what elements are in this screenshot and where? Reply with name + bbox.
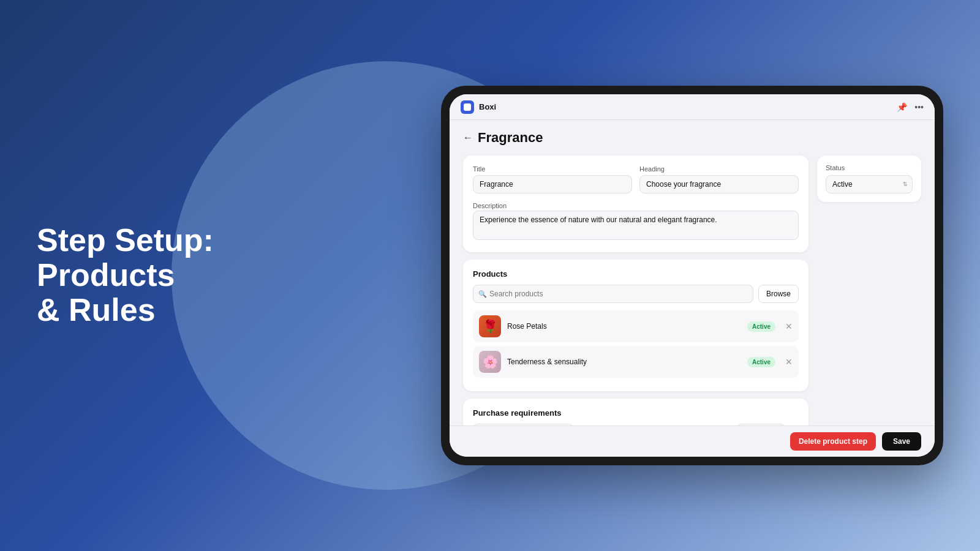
save-button[interactable]: Save: [882, 432, 921, 451]
requirement-select-wrap: Minimum quantity of itemsMaximum quantit…: [473, 424, 731, 425]
heading-label: Heading: [639, 165, 799, 173]
purchase-requirements-title: Purchase requirements: [473, 408, 799, 418]
left-column: Title Heading Description Experience the…: [463, 156, 809, 425]
app-logo-inner: [464, 103, 471, 111]
remove-product-rose-button[interactable]: ✕: [785, 321, 793, 331]
search-icon: 🔍: [478, 290, 487, 298]
right-column: Status ActiveInactiveDraft ⇅: [817, 156, 921, 202]
status-card: Status ActiveInactiveDraft ⇅: [817, 156, 921, 202]
product-name-rose: Rose Petals: [507, 322, 741, 331]
requirement-dropdown[interactable]: Minimum quantity of itemsMaximum quantit…: [473, 424, 574, 425]
title-label: Title: [473, 165, 632, 173]
status-label: Status: [826, 164, 913, 171]
product-emoji-tender: 🌸: [483, 354, 498, 369]
app-logo: [461, 100, 474, 114]
search-row: 🔍 Browse: [473, 285, 799, 303]
top-bar-right: 📌 •••: [897, 102, 924, 112]
top-bar-left: Boxi: [461, 100, 496, 114]
products-card: Products 🔍 Browse 🌹: [463, 260, 809, 391]
description-input[interactable]: Experience the essence of nature with ou…: [473, 211, 799, 240]
title-heading-card: Title Heading Description Experience the…: [463, 156, 809, 252]
page-title: Fragrance: [478, 130, 543, 146]
search-input[interactable]: [473, 285, 753, 303]
browse-button[interactable]: Browse: [758, 285, 799, 303]
title-field-group: Title: [473, 165, 632, 193]
description-label: Description: [473, 202, 507, 209]
product-name-tender: Tenderness & sensuality: [507, 358, 741, 366]
search-input-wrap: 🔍: [473, 285, 753, 303]
status-dropdown[interactable]: ActiveInactiveDraft: [826, 175, 913, 193]
product-status-badge-rose: Active: [747, 321, 775, 332]
content-area: ← Fragrance Title Hea: [450, 120, 935, 425]
product-thumbnail-rose: 🌹: [479, 315, 501, 337]
delete-product-step-button[interactable]: Delete product step: [790, 432, 876, 451]
back-button[interactable]: ←: [463, 132, 473, 143]
tablet-frame: Boxi 📌 ••• ← Fragrance: [441, 86, 943, 465]
product-status-badge-tender: Active: [747, 357, 775, 367]
action-bar: Delete product step Save: [450, 425, 935, 457]
status-select-wrap: ActiveInactiveDraft ⇅: [826, 175, 913, 193]
pin-icon[interactable]: 📌: [897, 102, 907, 112]
product-item: 🌹 Rose Petals Active ✕: [473, 310, 799, 342]
products-section-title: Products: [473, 269, 799, 279]
description-field-group: Description Experience the essence of na…: [473, 200, 799, 242]
more-icon[interactable]: •••: [914, 102, 924, 112]
heading-input[interactable]: [639, 175, 799, 193]
product-emoji-rose: 🌹: [483, 319, 498, 334]
page-header: ← Fragrance: [463, 130, 921, 146]
tablet-screen: Boxi 📌 ••• ← Fragrance: [450, 94, 935, 457]
left-panel: Step Setup: Products & Rules: [37, 223, 270, 328]
heading-field-group: Heading: [639, 165, 799, 193]
main-grid: Title Heading Description Experience the…: [463, 156, 921, 425]
product-thumbnail-tender: 🌸: [479, 351, 501, 373]
app-name: Boxi: [479, 102, 496, 111]
remove-product-tender-button[interactable]: ✕: [785, 357, 793, 367]
product-item: 🌸 Tenderness & sensuality Active ✕: [473, 346, 799, 378]
title-heading-row: Title Heading: [473, 165, 799, 193]
title-input[interactable]: [473, 175, 632, 193]
top-bar: Boxi 📌 •••: [450, 94, 935, 120]
hero-title: Step Setup: Products & Rules: [37, 223, 270, 328]
purchase-requirements-card: Purchase requirements Minimum quantity o…: [463, 399, 809, 425]
